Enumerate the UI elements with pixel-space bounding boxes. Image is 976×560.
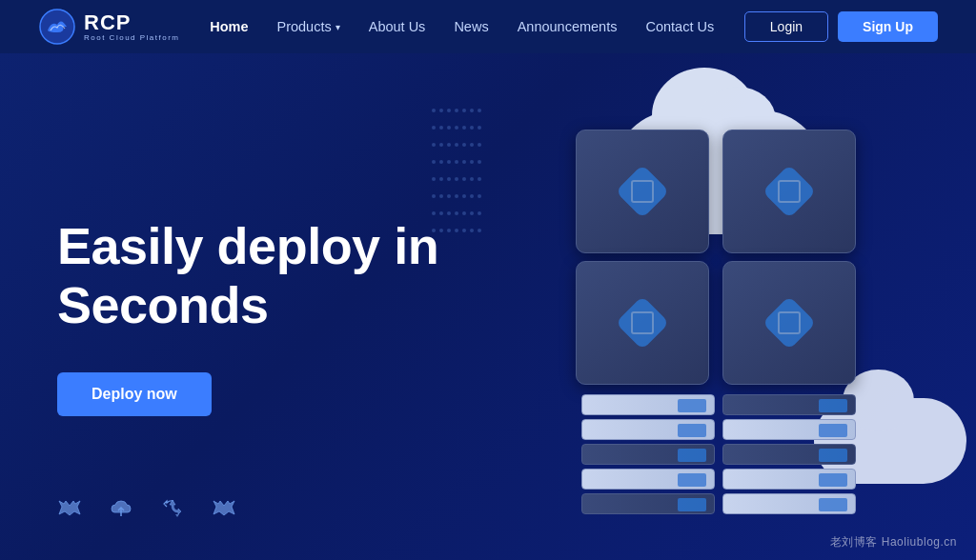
rack-unit-dark (722, 444, 856, 465)
server-grid (576, 130, 862, 385)
recycle-icon (160, 497, 185, 524)
signup-button[interactable]: Sign Up (838, 11, 938, 42)
hero-title: Easily deploy in Seconds (57, 216, 458, 334)
deploy-button[interactable]: Deploy now (57, 372, 212, 416)
logo-icon (38, 8, 76, 46)
rack-unit (722, 469, 856, 490)
server-block-4 (722, 261, 856, 385)
rack-unit-dark (581, 444, 715, 465)
rack-unit (722, 419, 856, 440)
brand-name: RCP (84, 11, 180, 34)
rack-unit (581, 419, 715, 440)
navbar: RCP Root Cloud Platform Home Products ▾ … (0, 0, 976, 53)
server-rack (538, 394, 900, 514)
nav-item-news[interactable]: News (442, 13, 499, 40)
rack-unit (722, 493, 856, 514)
server-icon-3 (616, 296, 670, 350)
hero-content: Easily deploy in Seconds Deploy now (0, 197, 458, 416)
rack-unit-dark (581, 493, 715, 514)
nav-item-announcements[interactable]: Announcements (506, 13, 629, 40)
logo: RCP Root Cloud Platform (38, 8, 180, 46)
watermark: 老刘博客 Haoliublog.cn (830, 534, 957, 550)
hero-bottom-icons (57, 497, 236, 524)
nav-item-products[interactable]: Products ▾ (265, 13, 351, 40)
chevron-down-icon: ▾ (336, 22, 340, 32)
nav-item-home[interactable]: Home (198, 13, 259, 40)
server-icon-2 (762, 165, 817, 219)
rack-unit-dark (722, 394, 856, 415)
nav-item-about[interactable]: About Us (357, 13, 437, 40)
nav-item-contact[interactable]: Contact Us (634, 13, 725, 40)
hero-section: Easily deploy in Seconds Deploy now (0, 53, 976, 560)
nav-buttons: Login Sign Up (744, 11, 938, 42)
rack-column-left (581, 394, 715, 514)
server-icon-4 (762, 296, 817, 350)
rack-column-right (722, 394, 856, 514)
server-block-2 (722, 130, 856, 253)
logo-text: RCP Root Cloud Platform (84, 11, 180, 43)
nav-links: Home Products ▾ About Us News Announceme… (198, 13, 725, 40)
server-block-1 (576, 130, 709, 253)
wolf-icon-1 (57, 497, 82, 524)
login-button[interactable]: Login (744, 11, 828, 42)
wolf-icon-2 (212, 497, 236, 524)
server-block-3 (576, 261, 709, 385)
rack-unit (581, 394, 715, 415)
cloud-upload-icon (109, 497, 133, 524)
brand-tagline: Root Cloud Platform (84, 34, 180, 43)
server-illustration (538, 130, 900, 472)
server-icon-1 (616, 165, 670, 219)
rack-unit (581, 469, 715, 490)
